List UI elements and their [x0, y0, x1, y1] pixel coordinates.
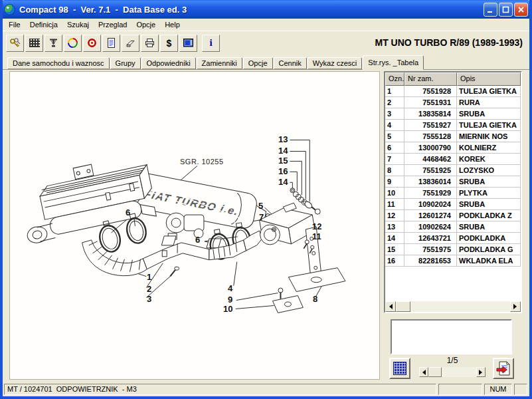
- column-header-ozn[interactable]: Ozn.: [385, 72, 404, 86]
- table-row[interactable]: 6 13000790 KOLNIERZ: [385, 142, 521, 154]
- table-row[interactable]: 7 4468462 KOREK: [385, 154, 521, 165]
- status-pane-empty: [438, 384, 482, 395]
- cell-opis: PODKLADKA Z: [457, 210, 521, 221]
- tab-label: Grupy: [116, 59, 135, 67]
- tab[interactable]: Grupy: [110, 57, 141, 69]
- cell-nr-zam: 10902624: [404, 221, 457, 233]
- minimize-icon: [487, 6, 494, 13]
- table-view-button[interactable]: [389, 358, 410, 379]
- table-horizontal-scrollbar[interactable]: [385, 301, 521, 312]
- cell-opis: TULEJA GIETKA: [457, 120, 521, 131]
- num-lock-indicator: NUM: [484, 384, 512, 395]
- scroll-left-button[interactable]: [385, 301, 396, 312]
- eraser-button[interactable]: [122, 35, 139, 52]
- cell-nr-zam: 12643721: [404, 233, 457, 244]
- tab[interactable]: Opcje: [243, 57, 273, 69]
- menu-item[interactable]: Definicja: [25, 20, 62, 29]
- cell-nr-zam: 7551929: [404, 188, 457, 199]
- table-row[interactable]: 3 13835814 SRUBA: [385, 108, 521, 120]
- dollar-icon: $: [167, 39, 172, 48]
- table-row[interactable]: 9 13836014 SRUBA: [385, 176, 521, 188]
- menu-item[interactable]: Przeglad: [94, 20, 132, 29]
- cell-nr-zam: 7551928: [404, 86, 457, 97]
- parts-diagram: FIAT TURBO i.e.: [9, 71, 380, 380]
- screen-button[interactable]: [179, 35, 197, 52]
- tab[interactable]: Str.rys. _Tabela: [363, 55, 424, 70]
- minimize-button[interactable]: [484, 3, 497, 17]
- table-row[interactable]: 11 10902024 SRUBA: [385, 199, 521, 210]
- menu-item[interactable]: Opcje: [132, 20, 160, 29]
- tab[interactable]: Wykaz czesci: [308, 57, 363, 69]
- grid-button[interactable]: [25, 35, 43, 52]
- export-document-button[interactable]: [493, 358, 514, 379]
- cell-opis: SRUBA: [457, 199, 521, 210]
- table-row[interactable]: 5 7555128 MIERNIK NOS: [385, 131, 521, 142]
- eraser-icon: [125, 37, 136, 49]
- scrollbar-track[interactable]: [410, 301, 510, 312]
- refresh-button[interactable]: [64, 35, 82, 52]
- price-button[interactable]: $: [160, 35, 178, 52]
- cell-ozn: 7: [385, 154, 404, 165]
- table-row[interactable]: 16 82281653 WKLADKA ELA: [385, 255, 521, 267]
- cell-nr-zam: 7551925: [404, 165, 457, 176]
- cell-nr-zam: 7551931: [404, 97, 457, 108]
- page-prev-button[interactable]: [419, 367, 428, 377]
- column-header-nr-zam[interactable]: Nr zam.: [404, 72, 457, 86]
- toolbar: $ i MT UNO TURBO R/89 (1989-1993): [3, 31, 529, 55]
- table-grid-icon: [393, 362, 406, 375]
- menu-bar: File Definicja Szukaj Przeglad Opcje Hel…: [3, 19, 529, 31]
- table-row[interactable]: 2 7551931 RURA: [385, 97, 521, 108]
- table-row[interactable]: 15 7551975 PODKLADKA G: [385, 244, 521, 255]
- tab-label: Cennik: [279, 59, 302, 67]
- page-slider-track[interactable]: [442, 367, 476, 377]
- cell-nr-zam: 7555128: [404, 131, 457, 142]
- tab[interactable]: Cennik: [274, 57, 307, 69]
- page-next-button[interactable]: [476, 367, 486, 377]
- table-row[interactable]: 10 7551929 PLYTKA: [385, 188, 521, 199]
- scroll-right-button[interactable]: [510, 301, 521, 312]
- table-row[interactable]: 8 7551925 LOZYSKO: [385, 165, 521, 176]
- cell-opis: PLYTKA: [457, 188, 521, 199]
- tab[interactable]: Odpowiedniki: [141, 57, 196, 69]
- page-slider[interactable]: [419, 367, 486, 377]
- document-button[interactable]: [102, 35, 120, 52]
- cell-opis: MIERNIK NOS: [457, 131, 521, 142]
- cell-ozn: 3: [385, 108, 404, 120]
- filter-button[interactable]: [44, 35, 62, 52]
- notes-box[interactable]: [391, 319, 512, 354]
- cell-nr-zam: 13836014: [404, 176, 457, 188]
- keys-button[interactable]: [6, 35, 24, 52]
- menu-item[interactable]: Szukaj: [62, 20, 94, 29]
- table-row[interactable]: 12 12601274 PODKLADKA Z: [385, 210, 521, 221]
- menu-item[interactable]: File: [4, 20, 25, 29]
- info-button[interactable]: i: [202, 35, 220, 52]
- close-icon: [517, 6, 525, 13]
- close-button[interactable]: [514, 3, 528, 17]
- column-header-opis[interactable]: Opis: [457, 72, 521, 86]
- tab[interactable]: Zamienniki: [197, 57, 242, 69]
- part-callout-number: 11: [312, 231, 321, 241]
- printer-icon: [144, 37, 155, 49]
- cell-ozn: 16: [385, 255, 404, 267]
- cell-opis: WKLADKA ELA: [457, 255, 521, 267]
- cell-nr-zam: 4468462: [404, 154, 457, 165]
- target-button[interactable]: [83, 35, 101, 52]
- page-slider-thumb[interactable]: [428, 367, 442, 377]
- cell-ozn: 13: [385, 221, 404, 233]
- tab[interactable]: Dane samochodu i waznosc: [7, 57, 110, 69]
- parts-table: Ozn. Nr zam. Opis 1 7551928 TULEJA GIETK…: [384, 71, 522, 313]
- table-row[interactable]: 4 7551927 TULEJA GIETKA: [385, 120, 521, 131]
- cell-opis: PODKLADKA: [457, 233, 521, 244]
- part-callout-number: 3: [147, 294, 151, 304]
- vehicle-title: MT UNO TURBO R/89 (1989-1993): [375, 37, 523, 48]
- menu-item[interactable]: Help: [160, 20, 185, 29]
- scrollbar-thumb[interactable]: [396, 301, 410, 312]
- table-row[interactable]: 13 10902624 SRUBA: [385, 221, 521, 233]
- print-button[interactable]: [141, 35, 159, 52]
- maximize-button[interactable]: [499, 3, 513, 17]
- grid-icon: [29, 39, 40, 47]
- table-row[interactable]: 1 7551928 TULEJA GIETKA: [385, 86, 521, 97]
- table-row[interactable]: 14 12643721 PODKLADKA: [385, 233, 521, 244]
- app-window: Compact 98 - Ver. 7.1 - Data Base ed. 3 …: [0, 0, 532, 399]
- status-pane-end: [514, 384, 527, 395]
